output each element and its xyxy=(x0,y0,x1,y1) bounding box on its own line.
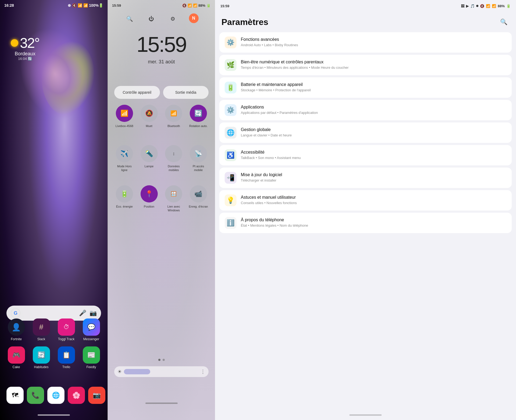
data-tile-label: Données mobiles xyxy=(164,164,184,172)
flashlight-tile-icon: 🔦 xyxy=(141,145,158,162)
app-toggl[interactable]: ⏱ Toggl Track xyxy=(56,318,76,341)
sortie-btn[interactable]: Sortie média xyxy=(163,86,209,99)
quick-status-icons: 🔇 📶 📶 88% 🔋 xyxy=(182,3,211,8)
bluetooth-icon: ⊛ xyxy=(68,3,71,8)
app-trello[interactable]: 📋 Trello xyxy=(56,346,76,369)
apps-title: Applications xyxy=(241,105,506,110)
search-top-icon[interactable]: 🔍 xyxy=(124,13,135,24)
bluetooth-tile-icon: 📶 xyxy=(165,105,182,122)
brightness-more-icon[interactable]: ⋮ xyxy=(200,369,205,375)
tile-wifi[interactable]: 📶 Livebox-4568 xyxy=(114,105,135,128)
notification-badge[interactable]: N xyxy=(189,13,199,23)
brightness-slider[interactable]: ☀ ⋮ xyxy=(114,366,209,377)
settings-status-right: 🖼 ▶ 🎵 🔇 📶 📶 88% 🔋 xyxy=(461,4,511,8)
settings-item-access[interactable]: ♿ Accessibilité TalkBack • Son mono • As… xyxy=(219,145,512,165)
app-slack[interactable]: # Slack xyxy=(31,318,51,341)
tile-hotspot[interactable]: 📡 Pt accès mobile xyxy=(188,145,209,172)
airplane-tile-icon: ✈️ xyxy=(116,145,133,162)
app-cake[interactable]: 🎮 Cake xyxy=(6,346,26,369)
app-icon-trello: 📋 xyxy=(58,346,75,364)
voice-search-icon[interactable]: 🎤 xyxy=(79,310,86,317)
about-title: À propos du téléphone xyxy=(241,218,506,222)
battery-save-tile-icon: 🔋 xyxy=(116,185,133,202)
app-icon-toggl: ⏱ xyxy=(58,318,75,336)
home-nav-indicator xyxy=(38,414,70,416)
mute-icon: 🔇 xyxy=(72,3,77,8)
settings-search-button[interactable]: 🔍 xyxy=(498,16,510,28)
tile-bluetooth[interactable]: 📶 Bluetooth xyxy=(164,105,184,128)
tips-title: Astuces et manuel utilisateur xyxy=(241,195,506,200)
about-icon: ℹ️ xyxy=(225,217,236,229)
weather-time: 16:04 🔄 xyxy=(11,57,40,61)
access-icon: ♿ xyxy=(225,149,236,161)
quick-mute-icon: 🔇 xyxy=(182,3,187,8)
dock-camera[interactable]: 📷 xyxy=(88,387,105,404)
settings-item-batterie[interactable]: 🔋 Batterie et maintenance appareil Stock… xyxy=(219,77,512,98)
settings-item-fonctions[interactable]: ⚙️ Fonctions avancées Android Auto • Lab… xyxy=(219,32,512,53)
tile-flashlight[interactable]: 🔦 Lampe xyxy=(139,145,159,172)
wifi-icon: 📶 xyxy=(78,3,82,8)
app-messenger[interactable]: 💬 Messenger xyxy=(81,318,101,341)
settings-item-about[interactable]: ℹ️ À propos du téléphone État • Mentions… xyxy=(219,213,512,233)
app-icon-messenger: 💬 xyxy=(83,318,100,336)
about-subtitle: État • Mentions légales • Nom du télépho… xyxy=(241,223,506,228)
settings-header: Paramètres 🔍 xyxy=(215,12,516,30)
settings-top-icon[interactable]: ⚙ xyxy=(167,13,178,24)
settings-video-icon: ▶ xyxy=(466,4,469,8)
lens-search-icon[interactable]: 📷 xyxy=(89,310,97,317)
update-title: Mise à jour du logiciel xyxy=(241,172,506,177)
quick-page-dots xyxy=(108,359,215,361)
quick-tiles-row1: 📶 Livebox-4568 🔕 Muet 📶 Bluetooth 🔄 Rota… xyxy=(114,105,209,128)
google-logo: G xyxy=(11,308,20,318)
app-icon-chrome: 🌐 xyxy=(47,387,64,404)
settings-item-apps[interactable]: ⚙️ Applications Applications par défaut … xyxy=(219,100,512,120)
access-text: Accessibilité TalkBack • Son mono • Assi… xyxy=(241,150,506,160)
tile-airplane[interactable]: ✈️ Mode Hors ligne xyxy=(114,145,135,172)
windows-tile-icon: 🪟 xyxy=(165,185,182,202)
tips-text: Astuces et manuel utilisateur Conseils u… xyxy=(241,195,506,205)
tile-data[interactable]: ↕ Données mobiles xyxy=(164,145,184,172)
weather-temp: 32° xyxy=(20,35,40,51)
app-fortnite[interactable]: 👤 Fortnite xyxy=(6,318,26,341)
fonctions-subtitle: Android Auto • Labs • Bixby Routines xyxy=(241,43,506,48)
app-feedly[interactable]: 📰 Feedly xyxy=(81,346,101,369)
tile-location[interactable]: 📍 Position xyxy=(139,185,159,212)
app-icon-maps: 🗺 xyxy=(6,387,24,404)
quick-battery-icon: 🔋 xyxy=(206,3,211,8)
tile-link-windows[interactable]: 🪟 Lien avec Windows xyxy=(164,185,184,212)
app-habitudes[interactable]: 🔄 Habitudes xyxy=(31,346,51,369)
tile-rotation[interactable]: 🔄 Rotation auto. xyxy=(188,105,209,128)
controle-btn[interactable]: Contrôle appareil xyxy=(114,86,160,99)
tile-screen-record[interactable]: 📹 Enreg. d'écran xyxy=(188,185,209,212)
settings-battery: 88% xyxy=(498,4,505,8)
location-tile-label: Position xyxy=(144,205,154,208)
dock-maps[interactable]: 🗺 xyxy=(6,387,24,404)
apps-icon: ⚙️ xyxy=(225,104,236,116)
battery-save-tile-label: Éco. énergie xyxy=(116,205,133,208)
settings-title: Paramètres xyxy=(221,17,268,27)
bienetre-title: Bien-être numérique et contrôles parenta… xyxy=(241,60,506,64)
settings-list: ⚙️ Fonctions avancées Android Auto • Lab… xyxy=(215,30,516,237)
dock-phone[interactable]: 📞 xyxy=(27,387,44,404)
settings-mute-icon: 🔇 xyxy=(480,4,484,8)
dot-2 xyxy=(163,359,165,361)
home-screen: 16:28 ⊛ 🔇 📶 📶 100%🔋 32° Bordeaux 16:04 🔄… xyxy=(0,0,108,420)
settings-item-tips[interactable]: 💡 Astuces et manuel utilisateur Conseils… xyxy=(219,190,512,211)
settings-item-bienetre[interactable]: 🌿 Bien-être numérique et contrôles paren… xyxy=(219,55,512,75)
settings-item-update[interactable]: 📲 Mise à jour du logiciel Télécharger et… xyxy=(219,168,512,188)
dock-blooms[interactable]: 🌸 xyxy=(68,387,85,404)
update-icon: 📲 xyxy=(225,172,236,184)
tile-mute[interactable]: 🔕 Muet xyxy=(139,105,159,128)
settings-music-icon: 🎵 xyxy=(470,4,475,8)
settings-panel: 15:59 🖼 ▶ 🎵 🔇 📶 📶 88% 🔋 Paramètres 🔍 ⚙️ … xyxy=(215,0,516,420)
settings-nav-indicator xyxy=(349,414,382,416)
power-top-icon[interactable]: ⏻ xyxy=(146,13,157,24)
update-subtitle: Télécharger et installer xyxy=(241,178,506,183)
tile-battery-save[interactable]: 🔋 Éco. énergie xyxy=(114,185,135,212)
dock-chrome[interactable]: 🌐 xyxy=(47,387,64,404)
settings-item-gestion[interactable]: 🌐 Gestion globale Langue et clavier • Da… xyxy=(219,122,512,143)
quick-status-time: 15:59 xyxy=(112,3,121,8)
app-icon-habitudes: 🔄 xyxy=(33,346,50,364)
gestion-icon: 🌐 xyxy=(225,127,236,139)
bienetre-icon: 🌿 xyxy=(225,59,236,71)
